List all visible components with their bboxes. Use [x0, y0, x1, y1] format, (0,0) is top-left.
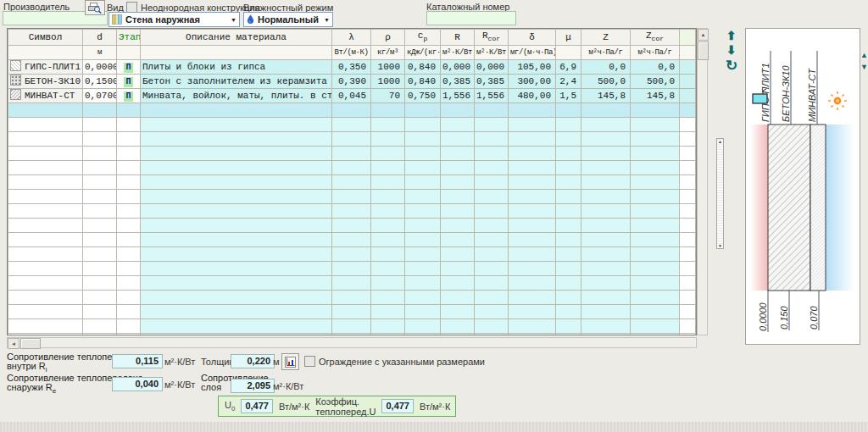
- refresh-icon: ↻: [726, 58, 737, 74]
- humidity-mode-select[interactable]: Нормальный ▼: [243, 12, 333, 27]
- scroll-up-button[interactable]: ▲: [698, 29, 709, 41]
- dimension-label-mineral-wool: 0,070: [809, 306, 819, 330]
- table-row-empty[interactable]: [8, 190, 696, 204]
- materials-table: Символ d Этап Описание материала λ ρ cp …: [7, 28, 697, 335]
- col-header-rcor: Rcor: [475, 30, 509, 46]
- table-row-empty[interactable]: [8, 233, 696, 247]
- col-header-description: Описание материала: [141, 30, 332, 46]
- fence-dimensions-checkbox[interactable]: [304, 356, 315, 367]
- table-row-material-3[interactable]: МИНВАТ-СТ 0,0700 П Минвата, войлок, маты…: [8, 89, 696, 103]
- col-header-stage: Этап: [117, 30, 141, 46]
- u0-label: U0: [225, 400, 235, 413]
- table-row-empty[interactable]: [8, 219, 696, 233]
- u0-field[interactable]: 0,477: [241, 399, 273, 413]
- table-row-empty[interactable]: [8, 161, 696, 175]
- catalog-number-input[interactable]: [426, 11, 516, 25]
- col-header-symbol: Символ: [8, 30, 83, 46]
- thickness-unit: м: [273, 357, 280, 367]
- dimension-label-concrete: 0,150: [779, 306, 789, 330]
- application-window: Производитель Вид Неоднородная конструкц…: [0, 0, 868, 432]
- table-horizontal-scrollbar[interactable]: ◄: [7, 337, 697, 348]
- table-row-empty[interactable]: [8, 147, 696, 161]
- material-texture-icon: [10, 75, 21, 86]
- col-header-lambda: λ: [332, 30, 371, 46]
- layer-label-gypsum: ГИПС-ПЛИТ1: [760, 63, 771, 122]
- refresh-button[interactable]: ↻: [726, 58, 737, 73]
- chevron-down-icon: ▼: [324, 17, 330, 23]
- unit-zcor: м²ч·Па/г: [631, 46, 680, 60]
- move-layer-down-button[interactable]: ⬇: [726, 44, 737, 56]
- table-row-empty[interactable]: [8, 247, 696, 262]
- up-arrow-icon: ⬆: [726, 29, 737, 42]
- humidity-mode-value: Нормальный: [258, 14, 319, 25]
- slider-up-arrow-icon[interactable]: ▲: [718, 139, 722, 144]
- construction-type-select[interactable]: Стена наружная ▼: [108, 12, 240, 27]
- unit-lambda: Вт/(м·К): [332, 46, 371, 60]
- table-units-row: м Вт/(м·К) кг/м³ кДж/(кг·К) м²·К/Вт м²·К…: [8, 46, 696, 60]
- unit-z: м²ч·Па/г: [581, 46, 631, 60]
- table-row-empty[interactable]: [8, 319, 696, 334]
- table-row-selected[interactable]: [8, 103, 696, 118]
- wall-section-diagram: ГИПС-ПЛИТ1 БЕТОН-ЗК10 МИНВАТ-СТ: [746, 29, 860, 344]
- r-outside-unit: м²·К/Вт: [164, 379, 195, 390]
- sun-icon: [828, 91, 847, 110]
- stage-badge: П: [124, 77, 133, 87]
- vertical-scroll-thumb[interactable]: [698, 42, 709, 60]
- unit-rho: кг/м³: [371, 46, 405, 60]
- table-header-row: Символ d Этап Описание материала λ ρ cp …: [8, 30, 696, 46]
- col-header-delta: δ: [509, 30, 556, 46]
- col-header-z: Z: [581, 30, 631, 46]
- layer-mineral-wool: [810, 125, 826, 291]
- move-layer-up-button[interactable]: ⬆: [726, 30, 737, 42]
- col-header-r: R: [441, 30, 475, 46]
- table-row-empty[interactable]: [8, 262, 696, 276]
- r-inside-field[interactable]: 0,115: [112, 354, 163, 368]
- splitter-scrollbar[interactable]: ▲ ▼: [716, 138, 724, 249]
- col-header-zcor: Zcor: [631, 30, 680, 46]
- print-preview-button[interactable]: [85, 0, 105, 15]
- unit-cp: кДж/(кг·К): [405, 46, 441, 60]
- wall-layers-icon: [112, 14, 122, 25]
- table-row-empty[interactable]: [8, 204, 696, 219]
- table-row-empty[interactable]: [8, 175, 696, 190]
- stage-badge: П: [124, 63, 133, 73]
- panel-scroll-down-icon[interactable]: ▼: [860, 64, 868, 71]
- table-row-material-2[interactable]: БЕТОН-ЗК10 0,1500 П Бетон с заполнителем…: [8, 75, 696, 89]
- r-inside-unit: м²·К/Вт: [164, 357, 195, 367]
- chart-icon: [285, 357, 296, 368]
- layer-label-concrete: БЕТОН-ЗК10: [781, 65, 791, 122]
- table-row-empty[interactable]: [8, 291, 696, 305]
- thickness-field[interactable]: 0,220: [231, 354, 275, 368]
- layer-concrete: [768, 125, 810, 291]
- u-coef-field[interactable]: 0,477: [381, 399, 414, 413]
- cold-side-gradient: [826, 125, 854, 291]
- table-vertical-scrollbar[interactable]: ▲: [697, 28, 708, 335]
- col-header-rho: ρ: [371, 30, 405, 46]
- col-header-d: d: [83, 30, 117, 46]
- scroll-left-button[interactable]: ◄: [8, 338, 19, 349]
- chart-button[interactable]: [281, 353, 299, 370]
- u-coef-label: Коэффиц. теплоперед.U: [315, 396, 376, 417]
- dimension-label-gypsum: 0,0000: [758, 302, 768, 331]
- slider-down-arrow-icon[interactable]: ▼: [718, 243, 722, 248]
- layer-resistance-field[interactable]: 2,095: [231, 379, 275, 393]
- stage-badge: П: [124, 91, 133, 102]
- col-header-mu: μ: [556, 30, 581, 46]
- layer-resistance-unit: м²·К/Вт: [273, 381, 303, 391]
- wall-section-panel: ГИПС-ПЛИТ1 БЕТОН-ЗК10 МИНВАТ-СТ: [745, 28, 860, 345]
- u0-unit: Вт/м²·К: [279, 402, 309, 412]
- r-outside-field[interactable]: 0,040: [112, 377, 163, 391]
- table-row-empty[interactable]: [8, 305, 696, 319]
- horizontal-scroll-thumb[interactable]: [20, 338, 41, 349]
- table-row-empty[interactable]: [8, 118, 696, 132]
- table-row-empty[interactable]: [8, 132, 696, 147]
- panel-scroll-up-icon[interactable]: ▲: [860, 52, 868, 59]
- table-row-material-1[interactable]: ГИПС-ПЛИТ1 0,0000 П Плиты и блоки из гип…: [8, 60, 696, 75]
- col-header-filler: [680, 30, 696, 46]
- table-row-empty[interactable]: [8, 276, 696, 291]
- unit-delta: мг/(м·ч·Па): [509, 46, 556, 60]
- u-coef-unit: Вт/м²·К: [420, 402, 450, 412]
- print-preview-icon: [87, 2, 103, 14]
- table-row-empty[interactable]: [8, 334, 696, 335]
- unit-rcor: м²·К/Вт: [475, 46, 509, 60]
